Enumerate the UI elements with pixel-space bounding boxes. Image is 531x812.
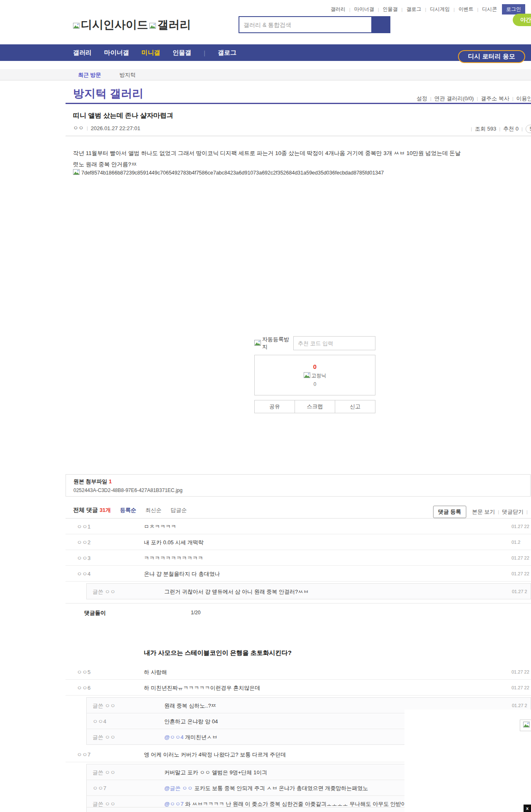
report-button[interactable]: 신고: [335, 400, 375, 413]
comment-timestamp: 01.27 2: [512, 703, 527, 708]
broken-captcha-icon-slot: [254, 340, 261, 347]
post-body-line: 렷노 원래 중복 안거름?ㅉ: [73, 159, 525, 170]
post-author[interactable]: ㅇㅇ: [73, 124, 84, 132]
broken-fixednick-icon-slot: [304, 372, 310, 379]
view-post-link[interactable]: 본문 보기: [472, 508, 495, 516]
comment-text: 하 사랑해: [144, 669, 167, 676]
broken-image-icon: [523, 722, 530, 727]
sort-newest[interactable]: 최신순: [145, 507, 161, 514]
comment-mention-link[interactable]: @ㅇㅇ4: [164, 734, 185, 740]
night-mode-button[interactable]: 야간 모드: [513, 14, 531, 26]
reply-thread: 글쓴 ㅇㅇ 그런거 귀찮아서 걍 앺듀에서 삼 아니 원래 중복 안걸러?ㅆㅂ …: [86, 583, 531, 599]
comment-text: 엥 어케 이러노 커버가 4딱정 나왔다고? 보통 다르게 주던데: [144, 751, 286, 759]
upvote-count: 0: [313, 363, 317, 370]
topbar-link-gallog[interactable]: 갤로그: [405, 6, 422, 13]
logo-text-gallery: 갤러리: [157, 17, 191, 32]
topbar-link-person[interactable]: 인물갤: [382, 6, 399, 13]
topbar-link-dcgame[interactable]: 디시게임: [429, 6, 451, 13]
search-box: [239, 16, 390, 33]
logo-text-dcinside: 디시인사이드: [81, 17, 148, 32]
ad-close-button[interactable]: x: [524, 805, 531, 812]
post-action-buttons: 공유 스크랩 신고: [254, 400, 375, 413]
usage-guide-link[interactable]: 이용안내: [516, 95, 531, 102]
comment-row[interactable]: ㅇㅇ3 ㅋㅋㅋㅋㅋㅋㅋㅋㅋㅋㅋ 01.27 22: [66, 550, 531, 566]
broken-image-icon: [304, 372, 310, 378]
comment-row[interactable]: ㅇㅇ4 온냐 걍 분철을타지 다 총대였나 01.27 22: [66, 566, 531, 582]
copy-gallery-url-link[interactable]: 갤주소 복사: [481, 95, 509, 102]
search-input[interactable]: [239, 17, 371, 32]
comment-text: 하 미친년진짜ㅠㅋㅋㅋㅋㅋ이런경우 흔치않은데: [144, 684, 260, 692]
broken-logo-image: [149, 19, 156, 32]
comment-pager-page: 1/20: [191, 610, 200, 616]
nav-item-mini[interactable]: 미니갤: [141, 49, 160, 57]
search-button[interactable]: [371, 17, 390, 32]
topbar-link-dccon[interactable]: 디시콘: [481, 6, 498, 13]
comment-register-button[interactable]: 댓글 등록: [433, 506, 466, 518]
close-comments-link[interactable]: 댓글닫기: [502, 508, 524, 516]
recent-visited-gallery-link[interactable]: 방지턱: [119, 71, 136, 79]
comment-author: ㅇㅇ2: [77, 539, 90, 546]
comment-count-pill[interactable]: 5: [526, 125, 531, 133]
site-logo[interactable]: 디시인사이드 갤러리: [73, 17, 191, 32]
comment-row[interactable]: ㅇㅇ5 하 사랑해 01.27 22: [66, 664, 531, 680]
comment-author: 글쓴 ㅇㅇ: [93, 702, 116, 710]
topbar-link-minor[interactable]: 마이너갤: [353, 6, 375, 13]
comment-text: @글쓴 ㅇㅇ 포카도 보통 중복 안되게 주긔 ㅅㅂ 온냐가 총대였으면 개좆망…: [164, 785, 368, 792]
reply-comment-row[interactable]: 글쓴 ㅇㅇ 그런거 귀찮아서 걍 앺듀에서 삼 아니 원래 중복 안걸러?ㅆㅂ …: [87, 584, 531, 599]
post-broken-image: 7def8574b1866b87239c8591449c7065492783b4…: [73, 169, 384, 176]
captcha-image: 자동등록방지: [254, 336, 293, 351]
comment-author: ㅇㅇ7: [77, 751, 90, 759]
sort-replies[interactable]: 답글순: [171, 507, 187, 514]
login-button[interactable]: 로그인: [502, 4, 525, 15]
comment-text: 온냐 걍 분철을타지 다 총대였나: [144, 570, 220, 578]
ad-banner-text[interactable]: 내가 사모으는 스테이블코인이 은행을 초토화시킨다?: [144, 649, 292, 657]
nav-item-minor[interactable]: 마이너갤: [104, 49, 129, 57]
comment-author: ㅇㅇ3: [77, 555, 90, 562]
comment-author: ㅇㅇ5: [77, 669, 90, 676]
captcha-alt-text: 자동등록방지: [262, 336, 293, 351]
broken-image-icon: [149, 23, 156, 29]
broken-image-icon-slot: [73, 169, 80, 176]
comments-header: 전체 댓글 31개 등록순 최신순 답글순: [73, 507, 187, 514]
post-views: 조회 593: [475, 125, 496, 133]
vote-widget: 자동등록방지 0 고정닉 0 공유 스크랩 신고: [254, 336, 375, 413]
comment-row[interactable]: ㅇㅇ6 하 미친년진짜ㅠㅋㅋㅋㅋㅋ이런경우 흔치않은데 01.27 22: [66, 680, 531, 696]
comment-timestamp: 01.27 22: [512, 524, 529, 529]
scrap-button[interactable]: 스크랩: [295, 400, 335, 413]
comment-timestamp: 01.2: [512, 540, 520, 545]
recommend-box: 0 고정닉 0: [254, 355, 375, 395]
post-divider: [66, 136, 531, 136]
sort-registered[interactable]: 등록순: [120, 507, 136, 514]
comment-timestamp: 01.27 22: [512, 571, 529, 576]
topbar-link-event[interactable]: 이벤트: [458, 6, 474, 13]
nav-item-person[interactable]: 인물갤: [173, 49, 191, 57]
attachment-filename-link[interactable]: 0252443A-C3D2-48B8-97E6-427A81B371EC.jpg: [73, 487, 523, 493]
post-meta: ㅇㅇ | 2026.01.27 22:27:01: [73, 124, 140, 132]
gallery-title: 방지턱 갤러리: [73, 86, 144, 101]
comment-mention-link[interactable]: @ㅇㅇ7: [164, 801, 185, 807]
comment-author: 글쓴 ㅇㅇ: [93, 734, 116, 741]
nav-item-gallog[interactable]: 갤로그: [218, 49, 236, 57]
nav-item-gallery[interactable]: 갤러리: [73, 49, 92, 57]
broken-logo-image: [73, 19, 80, 32]
comment-text: 원래 중복 심하노..?ㅉ: [164, 702, 217, 710]
comment-row[interactable]: ㅇㅇ2 내 포카 0.05 시세 개떡락 01.2: [66, 534, 531, 550]
broken-image-icon: [254, 340, 261, 346]
comment-author: ㅇㅇ7: [93, 785, 106, 792]
dc-lottery-button[interactable]: 디시 로터리 응모: [458, 50, 525, 63]
comment-author: 글쓴 ㅇㅇ: [93, 588, 116, 596]
recent-visited-label[interactable]: 최근 방문: [78, 71, 101, 79]
attachment-label: 원본 첨부파일 1: [73, 478, 523, 485]
comment-text: @ㅇㅇ4 개미친년ㅅㅂ: [164, 734, 217, 741]
comment-author: ㅇㅇ6: [77, 684, 90, 692]
topbar-link-gallery[interactable]: 갤러리: [330, 6, 346, 13]
related-gallery-link[interactable]: 연관 갤러리(0/0): [434, 95, 474, 102]
main-nav: 갤러리 마이너갤 미니갤 인물갤 | 갤로그: [0, 44, 531, 61]
comments-total-label: 전체 댓글: [73, 507, 98, 514]
gallery-settings-link[interactable]: 설정: [417, 95, 427, 102]
share-button[interactable]: 공유: [254, 400, 295, 413]
recommend-code-input[interactable]: [293, 336, 375, 350]
comment-mention-link[interactable]: @글쓴 ㅇㅇ: [164, 785, 194, 791]
ad-broken-image-box: [520, 720, 531, 731]
comment-row[interactable]: ㅇㅇ1 ㅁㅊㅋㅋㅋㅋ 01.27 22: [66, 519, 531, 534]
